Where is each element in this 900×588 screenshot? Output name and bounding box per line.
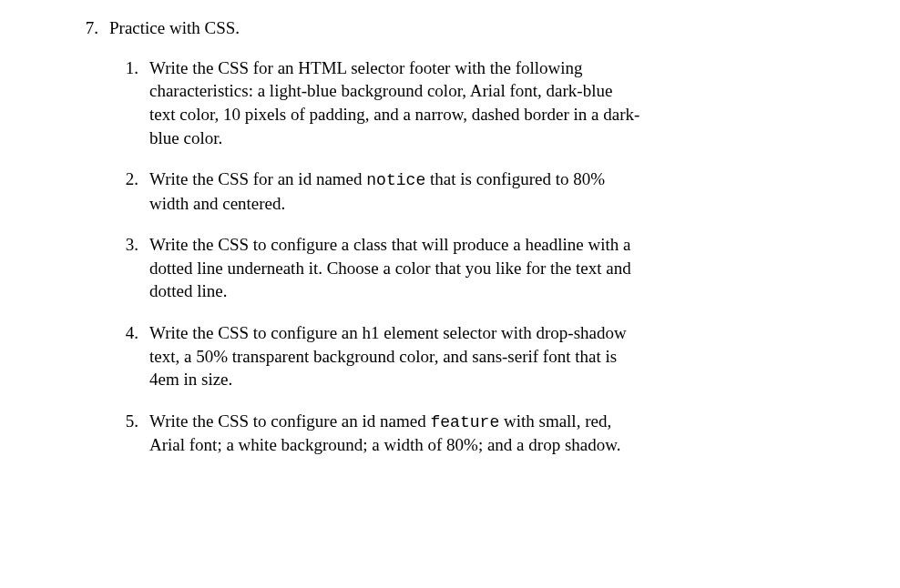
- item-marker: 1.: [124, 56, 149, 150]
- list-item: 3. Write the CSS to configure a class th…: [124, 233, 827, 303]
- item-text: Write the CSS to configure an h1 element…: [149, 321, 641, 391]
- list-item: 1. Write the CSS for an HTML selector fo…: [124, 56, 827, 150]
- item-text: Write the CSS to configure an id named f…: [149, 410, 641, 457]
- list-item: 4. Write the CSS to configure an h1 elem…: [124, 321, 827, 391]
- code-literal: feature: [430, 413, 499, 431]
- main-title: Practice with CSS.: [109, 16, 827, 40]
- list-item: 2. Write the CSS for an id named notice …: [124, 167, 827, 215]
- sub-list: 1. Write the CSS for an HTML selector fo…: [124, 56, 827, 457]
- item-text: Write the CSS to configure a class that …: [149, 233, 641, 303]
- item-text-pre: Write the CSS to configure an id named: [149, 411, 430, 431]
- item-marker: 3.: [124, 233, 149, 303]
- item-text: Write the CSS for an HTML selector foote…: [149, 56, 641, 150]
- item-text-pre: Write the CSS for an id named: [149, 169, 366, 188]
- main-list-item: 7. Practice with CSS.: [73, 16, 827, 40]
- item-marker: 5.: [124, 410, 149, 457]
- item-text: Write the CSS for an id named notice tha…: [149, 167, 641, 215]
- main-marker: 7.: [73, 16, 109, 40]
- item-marker: 4.: [124, 321, 149, 391]
- code-literal: notice: [366, 171, 425, 189]
- item-marker: 2.: [124, 167, 149, 215]
- list-item: 5. Write the CSS to configure an id name…: [124, 410, 827, 457]
